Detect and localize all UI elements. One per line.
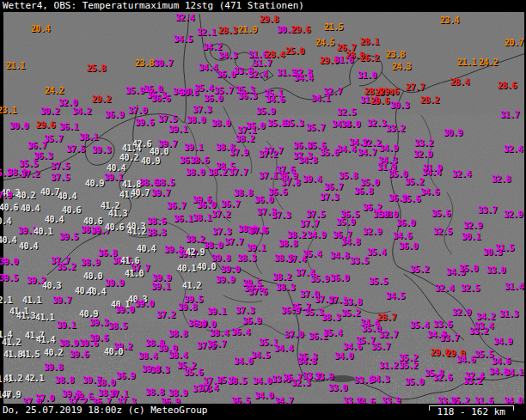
station-value: 32.7 (379, 330, 398, 339)
station-value: 38.8 (278, 239, 297, 248)
station-value: 34.5 (174, 34, 193, 44)
station-value: 32.5 (337, 107, 356, 117)
station-value: 34.0 (504, 396, 523, 405)
station-value: 41.8 (3, 350, 22, 359)
station-value: 37.4 (199, 383, 218, 393)
station-value: 37.7 (300, 219, 319, 228)
station-value: 39.0 (221, 265, 240, 274)
station-value: 39.9 (105, 278, 124, 288)
station-value: 36.0 (217, 70, 235, 79)
station-value: 32.3 (291, 378, 310, 387)
station-value: 34.2 (72, 107, 91, 116)
station-value: 41.2 (2, 338, 21, 347)
station-value: 37.2 (156, 310, 175, 320)
station-value: 36.0 (330, 273, 349, 283)
station-value: 21.5 (324, 22, 343, 32)
station-value: 36.7 (92, 397, 111, 405)
station-value: 33.9 (382, 396, 401, 405)
station-value: 42.1 (25, 374, 44, 383)
station-value: 39.0 (0, 257, 18, 266)
station-value: 35.9 (125, 86, 144, 95)
title-bar: Wetter4, OBS: Temperaturmaximum 12stg (4… (0, 0, 526, 12)
station-value: 23.1 (0, 106, 16, 115)
station-value: 36.9 (281, 306, 300, 315)
station-value: 28.4 (450, 77, 469, 87)
station-value: 41.2 (127, 227, 146, 236)
station-value: 28.4 (266, 50, 284, 59)
station-value: 40.3 (42, 281, 61, 290)
station-value: 33.0 (328, 383, 347, 393)
station-value: 34.0 (254, 391, 273, 400)
station-value: 32.3 (367, 119, 386, 128)
station-value: 32.4 (248, 70, 267, 79)
station-value: 35.0 (459, 264, 478, 273)
station-value: 34.6 (420, 187, 439, 197)
station-value: 30.3 (483, 247, 502, 257)
station-value: 39.0 (135, 299, 154, 308)
station-value: 37.2 (21, 169, 40, 179)
station-value: 34.0 (334, 351, 353, 361)
station-value: 41.7 (0, 390, 11, 399)
station-value: 37.8 (281, 178, 300, 187)
station-value: 37.4 (287, 254, 306, 264)
station-value: 39.1 (151, 282, 170, 291)
station-value: 32.4 (175, 13, 194, 22)
station-value: 30.0 (9, 121, 28, 131)
station-value: 40.1 (177, 264, 196, 273)
station-value: 33.5 (350, 256, 369, 265)
station-value: 39.8 (44, 362, 63, 372)
station-value: 38.8 (234, 188, 253, 198)
station-value: 30.3 (390, 100, 409, 110)
station-value: 31.7 (253, 58, 272, 68)
station-value: 36.7 (324, 182, 343, 192)
station-value: 32.9 (363, 227, 382, 236)
station-value: 34.8 (330, 251, 349, 260)
station-value: 37.0 (22, 397, 41, 405)
map-canvas[interactable]: 20.421.125.824.232.029.223.132.432.128.3… (0, 12, 526, 404)
station-value: 38.9 (59, 338, 78, 348)
station-value: 32.5 (433, 227, 452, 236)
station-value: 32.5 (461, 283, 480, 293)
station-value: 42.1 (0, 295, 12, 305)
station-value: 40.4 (0, 216, 11, 226)
map-scale-indicator: 118 - 162 km (429, 405, 514, 417)
station-value: 36.7 (28, 141, 46, 150)
station-value: 33.0 (486, 265, 505, 275)
station-value: 38.9 (81, 258, 100, 267)
station-value: 28.1 (360, 37, 379, 46)
station-value: 30.7 (154, 58, 173, 68)
station-value: 35.0 (405, 377, 424, 387)
station-value: 32.4 (452, 169, 471, 179)
station-value: 32.9 (463, 221, 482, 230)
station-value: 37.3 (212, 227, 231, 236)
station-value: 34.6 (492, 356, 511, 366)
station-value: 34.2 (476, 312, 495, 321)
station-value: 37.1 (259, 171, 278, 180)
station-value: 34.0 (234, 356, 253, 366)
station-value: 37.5 (66, 144, 85, 154)
station-value: 38.0 (186, 167, 205, 177)
station-value: 42.9 (186, 247, 205, 257)
station-value: 20.7 (505, 38, 523, 47)
station-value: 40.4 (21, 204, 40, 213)
station-value: 37.5 (158, 114, 177, 124)
station-value: 38.6 (147, 216, 166, 226)
station-value: 36.7 (207, 339, 226, 349)
station-value: 34.1 (505, 368, 523, 377)
station-value: 32.2 (362, 138, 381, 148)
station-value: 39.0 (115, 305, 134, 314)
station-value: 38.5 (228, 376, 247, 386)
station-value: 34.6 (393, 231, 412, 240)
station-value: 41.4 (122, 143, 141, 153)
station-value: 36.0 (197, 200, 216, 210)
station-value: 36.5 (231, 396, 250, 405)
station-value: 36.1 (174, 214, 193, 223)
station-value: 32.9 (504, 210, 523, 219)
station-value: 39.7 (151, 188, 170, 198)
station-value: 38.0 (187, 115, 205, 125)
station-value: 37.2 (211, 210, 230, 219)
station-value: 34.7 (274, 396, 293, 405)
station-value: 35.9 (310, 274, 329, 283)
station-value: 35.7 (306, 123, 325, 132)
station-value: 39.3 (89, 318, 108, 327)
